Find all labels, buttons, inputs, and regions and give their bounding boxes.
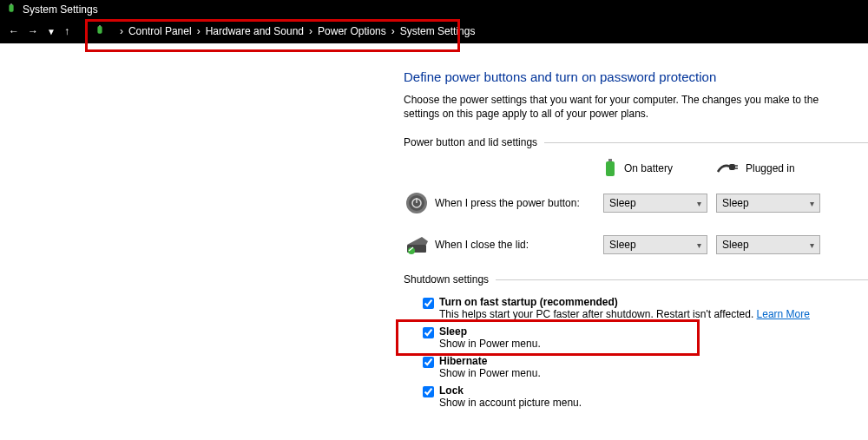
power-button-icon <box>404 190 430 216</box>
chevron-right-icon: › <box>120 25 123 37</box>
col-label: Plugged in <box>746 162 795 174</box>
window-title: System Settings <box>23 3 98 16</box>
shutdown-item-fast-startup: Turn on fast startup (recommended) This … <box>419 296 868 320</box>
shutdown-item-lock: Lock Show in account picture menu. <box>419 384 868 409</box>
checkbox-lock[interactable] <box>423 386 434 397</box>
svg-rect-6 <box>729 164 735 170</box>
row-close-lid: When I close the lid: Sleep ▾ Sleep ▾ <box>404 232 868 258</box>
row-label: When I press the power button: <box>430 197 603 209</box>
svg-rect-5 <box>608 159 612 161</box>
main-content: Define power buttons and turn on passwor… <box>0 43 868 409</box>
breadcrumb-power-options[interactable]: Power Options <box>318 25 386 37</box>
chevron-down-icon: ▾ <box>697 240 701 250</box>
shutdown-item-hibernate: Hibernate Show in Power menu. <box>419 355 868 379</box>
select-value: Sleep <box>609 197 636 209</box>
breadcrumb: › Control Panel › Hardware and Sound › P… <box>120 25 476 37</box>
breadcrumb-system-settings[interactable]: System Settings <box>400 25 476 37</box>
recent-icon[interactable]: ▼ <box>47 27 56 36</box>
breadcrumb-control-panel[interactable]: Control Panel <box>128 25 192 37</box>
divider <box>544 142 868 143</box>
item-label: Turn on fast startup (recommended) <box>439 296 810 308</box>
lid-icon <box>404 232 430 258</box>
select-lid-battery[interactable]: Sleep ▾ <box>603 235 707 254</box>
item-label: Sleep <box>439 325 541 338</box>
checkbox-fast-startup[interactable] <box>423 298 434 309</box>
select-value: Sleep <box>722 197 749 209</box>
chevron-down-icon: ▾ <box>810 199 814 208</box>
select-lid-plugged[interactable]: Sleep ▾ <box>716 235 820 254</box>
svg-marker-14 <box>407 237 428 245</box>
battery-path-icon <box>94 25 106 37</box>
chevron-right-icon: › <box>197 25 201 37</box>
chevron-down-icon: ▾ <box>810 240 814 250</box>
back-icon[interactable]: ← <box>9 25 19 37</box>
svg-rect-3 <box>99 25 101 27</box>
section-title: Power button and lid settings <box>404 136 537 148</box>
section-header-power-lid: Power button and lid settings <box>404 136 868 148</box>
column-headers: On battery Plugged in <box>603 159 868 178</box>
section-title: Shutdown settings <box>404 273 489 286</box>
page-heading: Define power buttons and turn on passwor… <box>404 69 868 84</box>
up-icon[interactable]: ↑ <box>64 25 69 37</box>
section-header-shutdown: Shutdown settings <box>404 273 868 286</box>
page-description: Choose the power settings that you want … <box>404 93 846 121</box>
col-header-plugged: Plugged in <box>716 159 829 178</box>
col-header-battery: On battery <box>603 159 716 178</box>
title-bar: System Settings <box>0 0 868 19</box>
chevron-right-icon: › <box>391 25 395 37</box>
svg-rect-1 <box>10 3 12 5</box>
row-power-button: When I press the power button: Sleep ▾ S… <box>404 190 868 216</box>
app-icon <box>5 3 17 16</box>
select-power-plugged[interactable]: Sleep ▾ <box>716 194 820 213</box>
forward-icon[interactable]: → <box>28 25 38 37</box>
learn-more-link[interactable]: Learn More <box>757 308 810 320</box>
chevron-down-icon: ▾ <box>697 199 701 208</box>
chevron-right-icon: › <box>309 25 312 37</box>
item-desc: Show in account picture menu. <box>439 397 582 409</box>
nav-bar: ← → ▼ ↑ › Control Panel › Hardware and S… <box>0 19 868 43</box>
shutdown-item-sleep: Sleep Show in Power menu. <box>419 325 868 350</box>
select-value: Sleep <box>609 239 636 251</box>
breadcrumb-hardware-sound[interactable]: Hardware and Sound <box>206 25 304 37</box>
svg-rect-0 <box>9 4 13 12</box>
col-label: On battery <box>624 162 673 174</box>
item-desc: Show in Power menu. <box>439 338 541 350</box>
item-desc-text: This helps start your PC faster after sh… <box>439 308 757 320</box>
plug-icon <box>716 161 739 175</box>
checkbox-sleep[interactable] <box>423 327 434 338</box>
item-desc: This helps start your PC faster after sh… <box>439 308 810 320</box>
svg-rect-2 <box>97 26 102 34</box>
battery-icon <box>603 159 617 178</box>
item-desc: Show in Power menu. <box>439 367 541 379</box>
divider <box>496 279 868 280</box>
item-label: Lock <box>439 384 582 397</box>
item-label: Hibernate <box>439 355 541 367</box>
checkbox-hibernate[interactable] <box>423 357 434 368</box>
row-label: When I close the lid: <box>430 239 603 251</box>
select-power-battery[interactable]: Sleep ▾ <box>603 194 707 213</box>
svg-rect-4 <box>606 161 615 176</box>
select-value: Sleep <box>722 239 749 251</box>
